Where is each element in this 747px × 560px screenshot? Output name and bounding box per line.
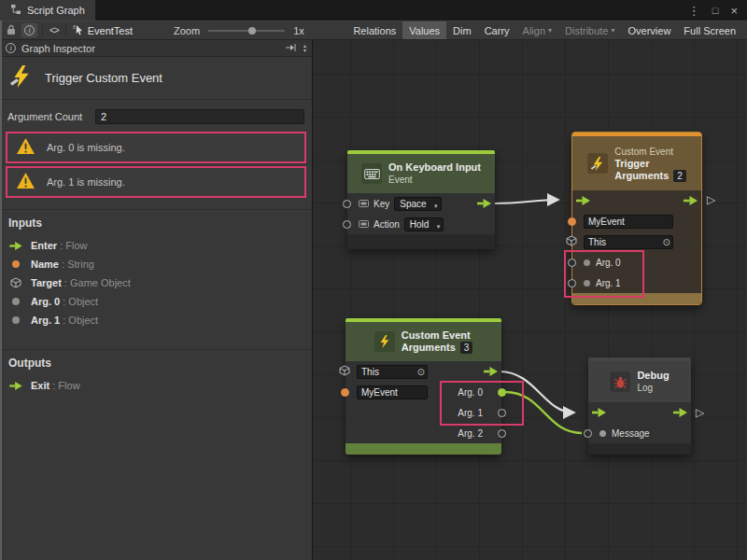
target-field[interactable]: This⊙ xyxy=(357,365,428,379)
input-name: NameString xyxy=(8,255,303,273)
node-title: Trigger xyxy=(614,158,649,170)
node-header: On Keyboard Input Event xyxy=(347,154,495,193)
target-field[interactable]: This⊙ xyxy=(584,235,673,249)
name-input-port[interactable] xyxy=(341,388,349,397)
node-footer xyxy=(347,234,495,249)
keyboard-icon xyxy=(361,163,382,184)
info-icon: i xyxy=(24,25,35,35)
carry-button[interactable]: Carry xyxy=(478,21,516,39)
inspector-header: i Graph Inspector ▴▾ xyxy=(0,40,312,57)
argument-count-badge: 2 xyxy=(673,170,686,182)
bug-icon xyxy=(610,371,630,392)
wire-keyboard-to-trigger[interactable] xyxy=(494,200,557,203)
window-left-edge xyxy=(0,21,2,560)
outputs-section: Outputs ExitFlow xyxy=(0,349,312,403)
input-arg1: Arg. 1Object xyxy=(8,311,303,329)
event-name-row: MyEvent xyxy=(572,211,701,231)
flow-row xyxy=(588,402,691,423)
maximize-icon[interactable]: □ xyxy=(712,5,719,16)
overview-button[interactable]: Overview xyxy=(622,21,678,39)
key-row: Key Space xyxy=(347,193,495,214)
target-input-port[interactable] xyxy=(339,365,350,378)
argument-count-field[interactable]: 2 xyxy=(95,109,304,124)
graph-canvas[interactable]: On Keyboard Input Event Key Space Action… xyxy=(313,40,747,560)
input-arg0: Arg. 0Object xyxy=(8,292,303,311)
target-value: This xyxy=(588,237,606,247)
inputs-section: Inputs EnterFlow NameString TargetGame O… xyxy=(0,209,312,338)
node-args-label: Arguments xyxy=(402,342,456,354)
target-input-port[interactable] xyxy=(566,235,577,248)
flow-out-arrow[interactable] xyxy=(673,408,687,417)
toolbar-separator xyxy=(42,24,43,36)
arg2-output-port[interactable] xyxy=(498,429,506,438)
object-picker-icon[interactable]: ⊙ xyxy=(417,366,425,379)
zoom-value: 1x xyxy=(293,25,304,36)
key-type-icon xyxy=(359,198,369,209)
inputs-header: Inputs xyxy=(8,217,303,230)
key-dropdown[interactable]: Space xyxy=(394,197,441,211)
warning-icon xyxy=(16,172,35,193)
zoom-slider-knob[interactable] xyxy=(248,27,256,35)
event-name-field[interactable]: MyEvent xyxy=(357,385,428,399)
action-row: Action Hold xyxy=(347,214,495,234)
node-title: Debug xyxy=(637,370,669,382)
key-input-port[interactable] xyxy=(343,200,351,208)
argument-count-badge: 3 xyxy=(460,342,473,354)
close-icon[interactable]: × xyxy=(730,4,738,18)
align-button[interactable]: Align xyxy=(516,21,558,39)
flow-out-arrow[interactable] xyxy=(484,367,498,376)
warning-arg0-missing: Arg. 0 is missing. xyxy=(6,132,306,163)
graph-toolbar: i <> EventTest Zoom 1x Relations Values … xyxy=(0,21,747,40)
node-on-keyboard-input[interactable]: On Keyboard Input Event Key Space Action… xyxy=(347,150,495,249)
warning-arg1-missing: Arg. 1 is missing. xyxy=(6,166,306,198)
flow-in-arrow[interactable] xyxy=(592,408,606,417)
name-input-port[interactable] xyxy=(568,217,576,226)
key-label: Key xyxy=(374,199,389,209)
distribute-button[interactable]: Distribute xyxy=(558,21,621,39)
node-debug-log[interactable]: Debug Log Message xyxy=(588,357,691,455)
arg2-label: Arg. 2 xyxy=(458,428,483,439)
toolbar-buttons: Relations Values Dim Carry Align Distrib… xyxy=(346,21,742,39)
script-graph-icon xyxy=(10,4,21,17)
warning-icon xyxy=(16,137,35,159)
relations-button[interactable]: Relations xyxy=(346,21,402,39)
code-icon[interactable]: <> xyxy=(49,25,59,35)
custom-event-icon xyxy=(587,153,608,174)
full-screen-button[interactable]: Full Screen xyxy=(677,21,742,39)
custom-event-icon xyxy=(374,331,395,352)
tab-script-graph[interactable]: Script Graph xyxy=(0,0,95,21)
node-footer xyxy=(588,443,691,455)
node-args-label: Arguments xyxy=(614,170,669,182)
node-kind: Custom Event xyxy=(614,146,673,158)
dim-button[interactable]: Dim xyxy=(446,21,478,39)
flow-out-arrow[interactable] xyxy=(477,199,491,208)
object-picker-icon[interactable]: ⊙ xyxy=(663,236,670,249)
gameobject-port-icon xyxy=(8,277,22,288)
dock-panel-icon[interactable] xyxy=(285,43,296,54)
trigger-custom-event-icon xyxy=(9,64,34,91)
action-input-port[interactable] xyxy=(343,220,351,229)
event-name-field[interactable]: MyEvent xyxy=(584,215,673,229)
argument-count-label: Argument Count xyxy=(7,111,95,122)
tab-label: Script Graph xyxy=(27,5,85,16)
highlight-box-event-args xyxy=(440,381,524,426)
flow-continue-triangle: ▷ xyxy=(696,407,704,418)
flow-out-arrow[interactable] xyxy=(684,196,698,205)
panel-spinner[interactable]: ▴▾ xyxy=(303,44,306,53)
menu-kebab-icon[interactable]: ⋮ xyxy=(688,4,700,18)
flow-in-arrow[interactable] xyxy=(576,196,590,205)
target-row: This⊙ xyxy=(345,361,501,382)
lock-icon[interactable] xyxy=(7,24,16,37)
zoom-slider[interactable] xyxy=(208,30,285,32)
input-enter: EnterFlow xyxy=(8,236,303,255)
event-test-label[interactable]: EventTest xyxy=(88,25,133,36)
values-button[interactable]: Values xyxy=(402,21,446,39)
inspector-toggle-button[interactable]: i xyxy=(21,23,37,37)
unit-title: Trigger Custom Event xyxy=(45,71,162,85)
action-label: Action xyxy=(374,219,400,230)
node-subtitle: Event xyxy=(388,174,413,186)
unit-title-block: Trigger Custom Event xyxy=(0,57,312,100)
message-dot xyxy=(599,430,606,437)
message-input-port[interactable] xyxy=(584,429,592,438)
action-dropdown[interactable]: Hold xyxy=(404,217,444,231)
